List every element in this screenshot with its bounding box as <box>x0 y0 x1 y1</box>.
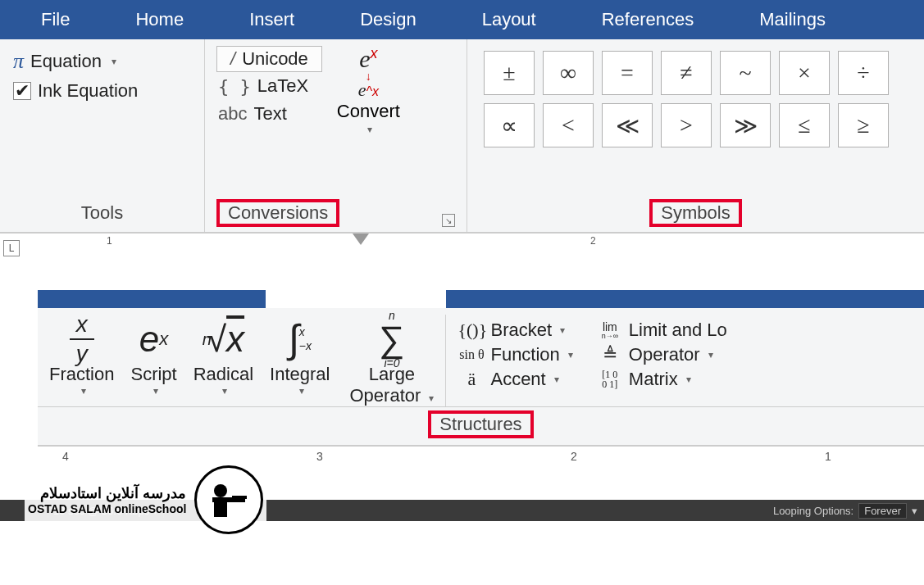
ruler-mark-2: 2 <box>590 235 596 247</box>
slash-icon: / <box>230 48 235 70</box>
tab-insert[interactable]: Insert <box>216 9 327 30</box>
equation-button[interactable]: π Equation ▾ <box>11 46 193 77</box>
group-symbols: ± ∞ = ≠ ~ × ÷ ∝ < ≪ > ≫ ≤ ≥ Symbols <box>467 39 924 232</box>
bluebar-active-tab <box>38 290 924 308</box>
ink-equation-label: Ink Equation <box>38 80 138 102</box>
function-label: Function <box>490 344 559 365</box>
chevron-down-icon: ▾ <box>81 385 86 397</box>
symbol-greater[interactable]: > <box>661 103 712 147</box>
fraction-icon: xy <box>70 313 94 365</box>
limit-label: Limit and Lo <box>629 320 727 341</box>
structures-group-label: Structures <box>428 410 533 438</box>
svg-rect-2 <box>214 502 227 517</box>
chevron-down-icon: ▾ <box>299 385 304 397</box>
chevron-down-icon: ▾ <box>367 124 372 135</box>
chevron-down-icon: ▾ <box>708 349 713 361</box>
branding-logo-icon <box>194 465 263 521</box>
dialog-launcher-icon[interactable]: ↘ <box>442 214 455 227</box>
symbol-plusminus[interactable]: ± <box>484 51 535 95</box>
large-operator-button[interactable]: n∑i=0 Large Operator ▾ <box>339 315 446 406</box>
function-button[interactable]: sin θFunction▾ <box>453 342 577 367</box>
symbol-lessequal[interactable]: ≤ <box>779 103 830 147</box>
symbol-greaterequal[interactable]: ≥ <box>838 103 889 147</box>
convert-button[interactable]: ex ↓ e^x Convert ▾ <box>337 46 400 135</box>
abc-icon: abc <box>218 103 247 125</box>
chevron-down-icon[interactable]: ▾ <box>912 505 917 517</box>
symbol-divide[interactable]: ÷ <box>838 51 889 95</box>
operator-button[interactable]: ≜Operator▾ <box>591 342 732 367</box>
accent-icon: ä <box>457 369 485 390</box>
matrix-icon: [1 00 1] <box>596 370 624 389</box>
section-structures: xy Fraction ▾ ex Script ▾ n√x Radical ▾ … <box>38 290 924 475</box>
chevron-down-icon: ▾ <box>568 349 573 361</box>
symbol-equals[interactable]: = <box>602 51 653 95</box>
radical-button[interactable]: n√x Radical ▾ <box>185 315 262 406</box>
convert-bottom-icon: e^x <box>358 81 379 99</box>
looping-dropdown[interactable]: Forever <box>858 503 907 519</box>
fraction-button[interactable]: xy Fraction ▾ <box>41 315 122 406</box>
fraction-label: Fraction <box>49 364 114 385</box>
accent-button[interactable]: äAccent▾ <box>453 367 577 392</box>
tab-layout[interactable]: Layout <box>449 9 569 30</box>
radical-icon: n√x <box>203 315 244 364</box>
convert-top-icon: ex <box>359 46 377 71</box>
svg-point-0 <box>214 484 227 497</box>
chevron-down-icon: ▾ <box>222 385 227 397</box>
tab-stop-icon[interactable]: L <box>3 240 20 256</box>
chevron-down-icon: ▾ <box>429 392 434 404</box>
convert-arrow-icon: ↓ <box>366 73 371 79</box>
limit-button[interactable]: limn→∞Limit and Lo <box>591 318 732 342</box>
unicode-label: Unicode <box>242 48 308 70</box>
chevron-down-icon: ▾ <box>153 385 158 397</box>
indent-marker-icon[interactable] <box>353 234 369 245</box>
integral-icon: ∫x−x <box>289 315 312 364</box>
symbol-tilde[interactable]: ~ <box>720 51 771 95</box>
latex-button[interactable]: { } LaTeX <box>216 72 322 100</box>
symbol-proportional[interactable]: ∝ <box>484 103 535 147</box>
tab-references[interactable]: References <box>569 9 727 30</box>
limit-icon: limn→∞ <box>596 321 624 340</box>
ruler-top[interactable]: L 1 2 <box>0 233 924 262</box>
ink-checkbox-icon: ✔ <box>13 82 31 100</box>
svg-rect-3 <box>232 496 247 499</box>
ruler2-mark-3: 3 <box>316 450 323 463</box>
large-operator-label2: Operator <box>350 385 421 406</box>
integral-button[interactable]: ∫x−x Integral ▾ <box>262 315 338 406</box>
ruler2-mark-2: 2 <box>571 450 577 463</box>
symbol-less[interactable]: < <box>543 103 594 147</box>
text-label: Text <box>253 103 286 125</box>
symbol-times[interactable]: × <box>779 51 830 95</box>
function-icon: sin θ <box>457 347 485 362</box>
tab-home[interactable]: Home <box>102 9 216 30</box>
equation-label: Equation <box>30 51 102 72</box>
text-button[interactable]: abc Text <box>216 100 322 128</box>
symbol-infinity[interactable]: ∞ <box>543 51 594 95</box>
symbols-grid: ± ∞ = ≠ ~ × ÷ ∝ < ≪ > ≫ ≤ ≥ <box>479 46 913 152</box>
bracket-button[interactable]: {()}Bracket▾ <box>453 318 577 342</box>
braces-icon: { } <box>218 76 251 97</box>
operator-icon: ≜ <box>596 344 624 365</box>
tab-mailings[interactable]: Mailings <box>726 9 858 30</box>
ruler-mark-1: 1 <box>107 235 112 247</box>
ribbon-structures: xy Fraction ▾ ex Script ▾ n√x Radical ▾ … <box>38 308 924 407</box>
chevron-down-icon: ▾ <box>112 56 116 67</box>
symbol-muchless[interactable]: ≪ <box>602 103 653 147</box>
matrix-button[interactable]: [1 00 1]Matrix▾ <box>591 367 732 392</box>
chevron-down-icon: ▾ <box>554 374 559 385</box>
symbol-muchgreater[interactable]: ≫ <box>720 103 771 147</box>
ink-equation-button[interactable]: ✔ Ink Equation <box>11 77 193 105</box>
looping-label: Looping Options: <box>773 505 853 517</box>
tab-design[interactable]: Design <box>327 9 448 30</box>
bracket-icon: {()} <box>457 320 485 341</box>
script-label: Script <box>130 364 176 385</box>
symbols-group-label: Symbols <box>649 199 741 227</box>
script-icon: ex <box>139 315 168 364</box>
convert-label: Convert <box>337 101 400 122</box>
script-button[interactable]: ex Script ▾ <box>122 315 184 406</box>
integral-label: Integral <box>270 364 330 385</box>
operator-label: Operator <box>629 344 700 365</box>
unicode-button[interactable]: / Unicode <box>216 46 322 72</box>
group-tools: π Equation ▾ ✔ Ink Equation Tools <box>0 39 205 232</box>
symbol-notequal[interactable]: ≠ <box>661 51 712 95</box>
tab-file[interactable]: File <box>8 9 102 30</box>
